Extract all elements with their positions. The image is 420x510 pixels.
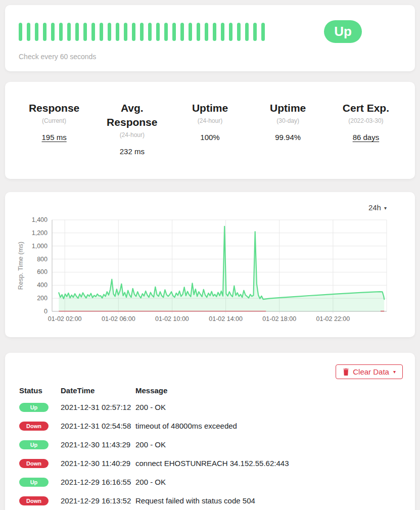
- heartbeat[interactable]: [59, 23, 63, 41]
- heartbeat[interactable]: [197, 23, 200, 41]
- heartbeat[interactable]: [19, 23, 22, 41]
- heartbeat[interactable]: [116, 23, 119, 41]
- column-header-status: Status: [19, 386, 61, 398]
- stat-uptime: Uptime(30-day)99.94%: [249, 101, 327, 156]
- stat-uptime: Uptime(24-hour)100%: [171, 101, 249, 156]
- heartbeat[interactable]: [205, 23, 208, 41]
- table-row: Down2021-12-30 11:40:29connect EHOSTUNRE…: [19, 454, 403, 473]
- heartbeat[interactable]: [180, 23, 184, 41]
- stat-response: Response(Current)195 ms: [15, 101, 93, 156]
- stat-sublabel: (Current): [15, 117, 93, 124]
- events-card: Clear Data ▾ Status DateTime Message Up2…: [5, 353, 415, 510]
- chart-series-line: [59, 226, 384, 299]
- stat-value: 232 ms: [93, 147, 171, 156]
- event-message: 200 - OK: [135, 473, 403, 491]
- table-row: Down2021-12-31 02:54:58timeout of 48000m…: [19, 416, 403, 435]
- y-tick-label: 0: [44, 308, 48, 315]
- chart-area: 02004006008001,0001,2001,40001-02 02:000…: [15, 214, 405, 329]
- heartbeat[interactable]: [261, 23, 265, 41]
- stat-value[interactable]: 195 ms: [15, 133, 93, 142]
- y-tick-label: 600: [37, 269, 48, 276]
- stat-title: Uptime: [177, 101, 244, 115]
- heartbeat[interactable]: [35, 23, 38, 41]
- heartbeat[interactable]: [100, 23, 103, 41]
- heartbeat[interactable]: [75, 23, 79, 41]
- table-row: Down2021-12-29 16:13:52Request failed wi…: [19, 491, 403, 510]
- stat-sublabel: (24-hour): [171, 117, 249, 124]
- x-tick-label: 01-02 18:00: [262, 315, 296, 322]
- heartbeat[interactable]: [172, 23, 176, 41]
- stat-cert-exp: Cert Exp.(2022-03-30)86 days: [327, 101, 405, 156]
- status-badge: Up: [19, 403, 49, 412]
- event-datetime: 2021-12-29 16:13:52: [61, 491, 135, 510]
- x-tick-label: 01-02 14:00: [209, 315, 243, 322]
- status-badge: Down: [19, 422, 49, 431]
- heartbeat[interactable]: [83, 23, 87, 41]
- y-tick-label: 1,400: [32, 216, 48, 223]
- heartbeat[interactable]: [43, 23, 46, 41]
- stat-value[interactable]: 86 days: [327, 133, 405, 142]
- event-message: 200 - OK: [135, 435, 403, 454]
- stat-title: Uptime: [255, 101, 321, 115]
- heartbeat[interactable]: [124, 23, 127, 41]
- x-tick-label: 01-02 10:00: [155, 315, 189, 322]
- chevron-down-icon: ▾: [393, 369, 396, 375]
- y-tick-label: 1,200: [32, 229, 48, 237]
- x-tick-label: 01-02 22:00: [316, 315, 350, 322]
- y-tick-label: 800: [37, 256, 48, 263]
- heartbeat[interactable]: [164, 23, 168, 41]
- event-message: timeout of 48000ms exceeded: [135, 416, 403, 435]
- status-badge: Up: [19, 440, 49, 449]
- heartbeat[interactable]: [91, 23, 95, 41]
- status-badge: Up: [19, 478, 49, 487]
- heartbeat[interactable]: [148, 23, 152, 41]
- heartbeat[interactable]: [108, 23, 111, 41]
- heartbeat[interactable]: [237, 23, 241, 41]
- trash-icon: [343, 368, 349, 376]
- heartbeat-row: Up: [19, 20, 401, 43]
- heartbeat-bar: [19, 23, 265, 41]
- event-datetime: 2021-12-30 11:40:29: [61, 454, 135, 473]
- stat-avg-response: Avg. Response(24-hour)232 ms: [93, 101, 171, 156]
- stats-card: Response(Current)195 msAvg. Response(24-…: [5, 82, 415, 179]
- check-interval-caption: Check every 60 seconds: [19, 53, 401, 61]
- stat-title: Response: [21, 101, 87, 115]
- heartbeat[interactable]: [67, 23, 71, 41]
- status-badge: Down: [19, 496, 49, 505]
- chart-series-fill: [59, 226, 384, 311]
- stat-title: Cert Exp.: [333, 101, 399, 115]
- heartbeat[interactable]: [156, 23, 160, 41]
- heartbeat[interactable]: [27, 23, 30, 41]
- event-message: connect EHOSTUNREACH 34.152.55.62:443: [135, 454, 403, 473]
- column-header-datetime: DateTime: [61, 386, 135, 398]
- table-row: Up2021-12-31 02:57:12200 - OK: [19, 398, 403, 416]
- heartbeat[interactable]: [245, 23, 249, 41]
- stat-value: 99.94%: [249, 133, 327, 142]
- heartbeat-card: Up Check every 60 seconds: [5, 5, 415, 71]
- stats-row: Response(Current)195 msAvg. Response(24-…: [15, 101, 405, 156]
- event-datetime: 2021-12-31 02:54:58: [61, 416, 135, 435]
- stat-sublabel: (30-day): [249, 117, 327, 124]
- stat-sublabel: (2022-03-30): [327, 117, 405, 124]
- clear-data-button[interactable]: Clear Data ▾: [336, 364, 403, 379]
- status-badge: Down: [19, 459, 49, 468]
- y-axis-title: Resp. Time (ms): [17, 242, 24, 290]
- heartbeat[interactable]: [221, 23, 224, 41]
- stat-title: Avg. Response: [99, 101, 165, 129]
- y-tick-label: 200: [37, 295, 48, 302]
- heartbeat[interactable]: [51, 23, 55, 41]
- x-tick-label: 01-02 02:00: [48, 315, 82, 322]
- heartbeat[interactable]: [229, 23, 232, 41]
- table-row: Up2021-12-29 16:16:55200 - OK: [19, 473, 403, 491]
- chart-period-dropdown[interactable]: 24h▾: [368, 203, 387, 212]
- events-table: Status DateTime Message Up2021-12-31 02:…: [19, 386, 403, 510]
- y-tick-label: 400: [37, 282, 48, 289]
- y-tick-label: 1,000: [32, 243, 48, 250]
- heartbeat[interactable]: [213, 23, 216, 41]
- heartbeat[interactable]: [253, 23, 257, 41]
- chart-card: 24h▾ 02004006008001,0001,2001,40001-02 0…: [5, 192, 415, 337]
- heartbeat[interactable]: [189, 23, 192, 41]
- heartbeat[interactable]: [140, 23, 144, 41]
- event-datetime: 2021-12-30 11:43:29: [61, 435, 135, 454]
- heartbeat[interactable]: [132, 23, 135, 41]
